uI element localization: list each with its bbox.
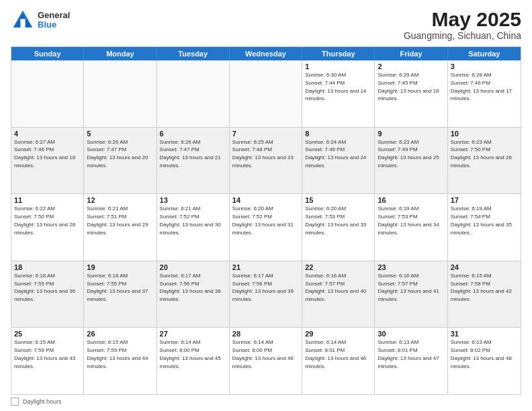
footer: Daylight hours	[11, 398, 521, 406]
day-number: 1	[305, 62, 371, 71]
calendar-header-cell: Tuesday	[157, 47, 230, 60]
logo-general-text: General	[38, 11, 70, 20]
calendar-cell: 3 Sunrise: 6:28 AMSunset: 7:46 PMDayligh…	[448, 60, 521, 127]
day-number: 19	[87, 263, 153, 271]
calendar-cell: 9 Sunrise: 6:23 AMSunset: 7:49 PMDayligh…	[375, 128, 447, 194]
calendar-cell	[157, 60, 230, 127]
cell-text: Sunrise: 6:14 AMSunset: 8:00 PMDaylight:…	[160, 339, 221, 369]
calendar-header-cell: Wednesday	[230, 47, 302, 60]
calendar-cell: 17 Sunrise: 6:19 AMSunset: 7:54 PMDaylig…	[448, 194, 521, 261]
calendar-cell: 8 Sunrise: 6:24 AMSunset: 7:49 PMDayligh…	[302, 128, 375, 194]
logo-icon	[11, 8, 35, 32]
cell-text: Sunrise: 6:15 AMSunset: 7:59 PMDaylight:…	[87, 339, 148, 369]
day-number: 4	[14, 130, 81, 138]
svg-rect-2	[20, 19, 25, 28]
cell-text: Sunrise: 6:20 AMSunset: 7:53 PMDaylight:…	[305, 205, 366, 235]
cell-text: Sunrise: 6:29 AMSunset: 7:45 PMDaylight:…	[378, 72, 439, 101]
calendar-cell: 10 Sunrise: 6:23 AMSunset: 7:50 PMDaylig…	[448, 128, 521, 194]
cell-text: Sunrise: 6:26 AMSunset: 7:47 PMDaylight:…	[87, 139, 148, 169]
day-number: 8	[305, 130, 371, 138]
calendar-cell: 24 Sunrise: 6:15 AMSunset: 7:58 PMDaylig…	[448, 261, 521, 328]
calendar-cell: 27 Sunrise: 6:14 AMSunset: 8:00 PMDaylig…	[157, 328, 230, 394]
cell-text: Sunrise: 6:19 AMSunset: 7:54 PMDaylight:…	[451, 205, 512, 235]
day-number: 6	[160, 130, 226, 138]
day-number: 5	[87, 130, 153, 138]
cell-text: Sunrise: 6:21 AMSunset: 7:52 PMDaylight:…	[160, 205, 221, 235]
calendar-cell: 13 Sunrise: 6:21 AMSunset: 7:52 PMDaylig…	[157, 194, 230, 261]
calendar-cell: 25 Sunrise: 6:15 AMSunset: 7:59 PMDaylig…	[11, 328, 84, 394]
day-number: 28	[232, 330, 299, 338]
title-block: May 2025 Guangming, Sichuan, China	[404, 8, 521, 41]
page: General Blue May 2025 Guangming, Sichuan…	[0, 0, 532, 411]
cell-text: Sunrise: 6:15 AMSunset: 7:58 PMDaylight:…	[451, 273, 512, 302]
calendar-cell: 4 Sunrise: 6:27 AMSunset: 7:46 PMDayligh…	[11, 128, 84, 194]
calendar-header: SundayMondayTuesdayWednesdayThursdayFrid…	[11, 47, 521, 60]
page-title: May 2025	[404, 8, 521, 30]
calendar-cell: 23 Sunrise: 6:16 AMSunset: 7:57 PMDaylig…	[375, 261, 447, 328]
cell-text: Sunrise: 6:19 AMSunset: 7:53 PMDaylight:…	[378, 205, 439, 235]
logo-blue-text: Blue	[38, 20, 70, 30]
calendar-cell: 16 Sunrise: 6:19 AMSunset: 7:53 PMDaylig…	[375, 194, 447, 261]
calendar-cell	[84, 60, 157, 127]
calendar-cell	[230, 60, 302, 127]
calendar-cell: 6 Sunrise: 6:26 AMSunset: 7:47 PMDayligh…	[157, 128, 230, 194]
day-number: 17	[451, 196, 518, 204]
calendar-cell: 20 Sunrise: 6:17 AMSunset: 7:56 PMDaylig…	[157, 261, 230, 328]
logo-text: General Blue	[38, 11, 70, 30]
day-number: 30	[378, 330, 444, 338]
calendar-cell: 11 Sunrise: 6:22 AMSunset: 7:50 PMDaylig…	[11, 194, 84, 261]
cell-text: Sunrise: 6:20 AMSunset: 7:52 PMDaylight:…	[232, 205, 294, 235]
calendar-row: 11 Sunrise: 6:22 AMSunset: 7:50 PMDaylig…	[11, 193, 521, 261]
calendar-cell: 21 Sunrise: 6:17 AMSunset: 7:56 PMDaylig…	[230, 261, 302, 328]
day-number: 24	[451, 263, 518, 271]
day-number: 21	[232, 263, 299, 271]
cell-text: Sunrise: 6:30 AMSunset: 7:44 PMDaylight:…	[305, 72, 366, 101]
cell-text: Sunrise: 6:22 AMSunset: 7:50 PMDaylight:…	[14, 205, 75, 235]
calendar-cell: 5 Sunrise: 6:26 AMSunset: 7:47 PMDayligh…	[84, 128, 157, 194]
day-number: 15	[305, 196, 371, 204]
day-number: 14	[232, 196, 299, 204]
calendar-header-cell: Thursday	[302, 47, 375, 60]
cell-text: Sunrise: 6:17 AMSunset: 7:56 PMDaylight:…	[160, 273, 221, 302]
calendar-row: 18 Sunrise: 6:18 AMSunset: 7:55 PMDaylig…	[11, 261, 521, 328]
calendar-cell: 22 Sunrise: 6:16 AMSunset: 7:57 PMDaylig…	[302, 261, 375, 328]
cell-text: Sunrise: 6:23 AMSunset: 7:49 PMDaylight:…	[378, 139, 439, 169]
calendar-cell: 18 Sunrise: 6:18 AMSunset: 7:55 PMDaylig…	[11, 261, 84, 328]
day-number: 13	[160, 196, 226, 204]
cell-text: Sunrise: 6:14 AMSunset: 8:01 PMDaylight:…	[305, 339, 366, 369]
calendar-cell: 31 Sunrise: 6:13 AMSunset: 8:02 PMDaylig…	[448, 328, 521, 394]
calendar-cell: 26 Sunrise: 6:15 AMSunset: 7:59 PMDaylig…	[84, 328, 157, 394]
cell-text: Sunrise: 6:24 AMSunset: 7:49 PMDaylight:…	[305, 139, 366, 169]
day-number: 29	[305, 330, 371, 338]
cell-text: Sunrise: 6:18 AMSunset: 7:55 PMDaylight:…	[14, 273, 75, 302]
day-number: 9	[378, 130, 444, 138]
calendar-row: 4 Sunrise: 6:27 AMSunset: 7:46 PMDayligh…	[11, 127, 521, 194]
cell-text: Sunrise: 6:27 AMSunset: 7:46 PMDaylight:…	[14, 139, 75, 169]
day-number: 26	[87, 330, 153, 338]
calendar: SundayMondayTuesdayWednesdayThursdayFrid…	[11, 46, 521, 395]
legend-box	[11, 398, 19, 406]
day-number: 25	[14, 330, 81, 338]
calendar-cell: 15 Sunrise: 6:20 AMSunset: 7:53 PMDaylig…	[302, 194, 375, 261]
calendar-cell: 2 Sunrise: 6:29 AMSunset: 7:45 PMDayligh…	[375, 60, 447, 127]
day-number: 11	[14, 196, 81, 204]
calendar-cell: 1 Sunrise: 6:30 AMSunset: 7:44 PMDayligh…	[302, 60, 375, 127]
day-number: 20	[160, 263, 226, 271]
cell-text: Sunrise: 6:28 AMSunset: 7:46 PMDaylight:…	[451, 72, 512, 101]
calendar-header-cell: Saturday	[448, 47, 521, 60]
day-number: 10	[451, 130, 518, 138]
cell-text: Sunrise: 6:13 AMSunset: 8:02 PMDaylight:…	[451, 339, 512, 369]
header: General Blue May 2025 Guangming, Sichuan…	[11, 8, 521, 41]
calendar-cell: 30 Sunrise: 6:13 AMSunset: 8:01 PMDaylig…	[375, 328, 447, 394]
cell-text: Sunrise: 6:14 AMSunset: 8:00 PMDaylight:…	[232, 339, 294, 369]
day-number: 12	[87, 196, 153, 204]
cell-text: Sunrise: 6:15 AMSunset: 7:59 PMDaylight:…	[14, 339, 75, 369]
calendar-row: 25 Sunrise: 6:15 AMSunset: 7:59 PMDaylig…	[11, 327, 521, 394]
legend-label: Daylight hours	[23, 398, 62, 405]
day-number: 31	[451, 330, 518, 338]
day-number: 2	[378, 62, 444, 71]
day-number: 27	[160, 330, 226, 338]
calendar-cell: 7 Sunrise: 6:25 AMSunset: 7:48 PMDayligh…	[230, 128, 302, 194]
calendar-cell: 28 Sunrise: 6:14 AMSunset: 8:00 PMDaylig…	[230, 328, 302, 394]
calendar-cell: 14 Sunrise: 6:20 AMSunset: 7:52 PMDaylig…	[230, 194, 302, 261]
